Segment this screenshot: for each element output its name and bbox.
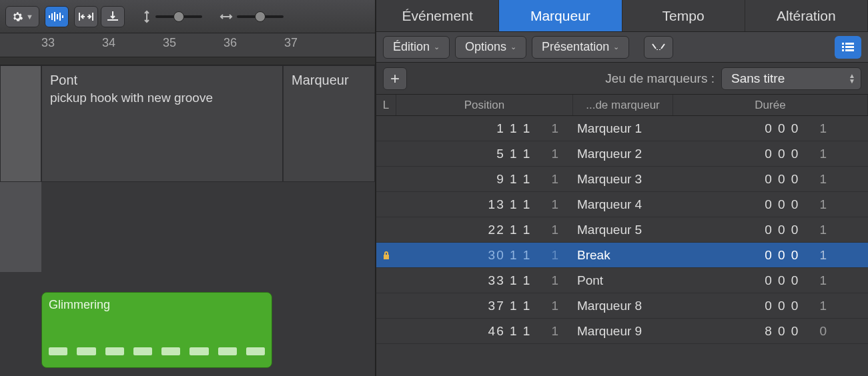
chevron-down-icon: ⌄ [510, 43, 516, 51]
col-position[interactable]: Position [396, 95, 573, 115]
ruler-mark: 35 [163, 36, 176, 50]
region-name: Glimmering [49, 298, 265, 312]
cell-duration[interactable]: 0 0 01 [673, 223, 868, 237]
cell-position[interactable]: 37 1 11 [396, 299, 573, 313]
waveform-preview [49, 347, 265, 355]
table-row[interactable]: 1 1 11Marqueur 10 0 01 [376, 116, 868, 141]
tab-tempo[interactable]: Tempo [622, 0, 745, 31]
gear-icon [11, 11, 23, 23]
list-menubar: Édition⌄ Options⌄ Présentation⌄ [376, 32, 868, 63]
cell-position[interactable]: 9 1 11 [396, 172, 573, 187]
ruler-mark: 33 [41, 36, 55, 50]
marker-table-head: L Position ...de marqueur Durée [376, 95, 868, 116]
marker-subtitle: pickup hook with new groove [50, 91, 274, 105]
time-ruler[interactable]: 33 34 35 36 37 [0, 33, 375, 57]
add-marker-button[interactable]: + [383, 67, 407, 90]
chevron-down-icon: ⌄ [434, 43, 440, 51]
edition-menu[interactable]: Édition⌄ [383, 36, 450, 59]
tab-event[interactable]: Événement [376, 0, 499, 31]
arrange-toolbar: ▼ [0, 0, 375, 33]
svg-rect-3 [57, 14, 58, 19]
table-row[interactable]: 5 1 11Marqueur 20 0 01 [376, 141, 868, 167]
vertical-zoom-icon [142, 10, 151, 23]
cell-duration[interactable]: 0 0 01 [673, 197, 868, 212]
marker-block[interactable] [0, 65, 41, 182]
waveform-tool-button[interactable] [45, 6, 69, 27]
snap-vertical-button[interactable] [101, 6, 125, 27]
tab-alteration[interactable]: Altération [745, 0, 868, 31]
cell-duration[interactable]: 0 0 01 [673, 273, 868, 288]
svg-rect-11 [842, 46, 844, 48]
audio-region[interactable]: Glimmering [41, 292, 272, 368]
cell-duration[interactable]: 0 0 01 [673, 299, 868, 313]
marker-title: Marqueur [292, 73, 366, 88]
cell-position[interactable]: 33 1 11 [396, 273, 573, 288]
cell-position[interactable]: 1 1 11 [396, 121, 573, 136]
ruler-mark: 36 [224, 36, 237, 50]
cell-position[interactable]: 22 1 11 [396, 223, 573, 237]
ruler-mark: 34 [102, 36, 115, 50]
svg-rect-9 [842, 43, 844, 45]
chevron-down-icon: ▼ [26, 13, 33, 21]
waveform-icon [48, 12, 65, 21]
table-row[interactable]: 37 1 11Marqueur 80 0 01 [376, 293, 868, 319]
svg-rect-14 [845, 49, 854, 51]
presentation-menu[interactable]: Présentation⌄ [532, 36, 629, 59]
cell-position[interactable]: 5 1 11 [396, 147, 573, 161]
filter-button[interactable] [644, 36, 673, 59]
cell-name[interactable]: Marqueur 8 [573, 299, 673, 313]
svg-rect-0 [49, 15, 50, 18]
table-row[interactable]: 22 1 11Marqueur 50 0 01 [376, 217, 868, 243]
vertical-zoom-slider[interactable] [155, 15, 202, 18]
tab-marker[interactable]: Marqueur [499, 0, 622, 31]
table-row[interactable]: 13 1 11Marqueur 40 0 01 [376, 192, 868, 217]
cell-name[interactable]: Marqueur 1 [573, 121, 673, 136]
marker-lane: Pont pickup hook with new groove Marqueu… [0, 65, 375, 182]
list-editors-pane: Événement Marqueur Tempo Altération Édit… [376, 0, 868, 376]
markerset-label: Jeu de marqueurs : [605, 71, 715, 86]
list-tabs: Événement Marqueur Tempo Altération [376, 0, 868, 32]
markerset-select[interactable]: Sans titre ▲▼ [721, 67, 861, 90]
cell-position[interactable]: 13 1 11 [396, 197, 573, 212]
cell-name[interactable]: Marqueur 5 [573, 223, 673, 237]
cell-position[interactable]: 30 1 11 [396, 248, 573, 263]
markerset-row: + Jeu de marqueurs : Sans titre ▲▼ [376, 63, 868, 95]
marker-title: Pont [50, 73, 274, 88]
col-duration[interactable]: Durée [673, 95, 868, 115]
marker-table-body: 1 1 11Marqueur 10 0 015 1 11Marqueur 20 … [376, 116, 868, 344]
svg-rect-5 [62, 15, 63, 18]
col-lock[interactable]: L [376, 95, 396, 115]
svg-rect-2 [54, 12, 55, 21]
table-row[interactable]: 46 1 11Marqueur 98 0 00 [376, 319, 868, 344]
cell-duration[interactable]: 0 0 01 [673, 121, 868, 136]
marker-block-pont[interactable]: Pont pickup hook with new groove [41, 65, 283, 182]
cell-duration[interactable]: 0 0 01 [673, 248, 868, 263]
ruler-sub [0, 57, 375, 65]
col-name[interactable]: ...de marqueur [573, 95, 673, 115]
cell-duration[interactable]: 8 0 00 [673, 324, 868, 339]
table-row[interactable]: 30 1 11Break0 0 01 [376, 243, 868, 268]
list-view-toggle[interactable] [835, 36, 861, 59]
settings-menu-button[interactable]: ▼ [5, 6, 39, 27]
filter-icon [650, 42, 667, 53]
options-menu[interactable]: Options⌄ [455, 36, 526, 59]
cell-name[interactable]: Marqueur 2 [573, 147, 673, 161]
arrange-area[interactable]: Pont pickup hook with new groove Marqueu… [0, 65, 375, 376]
svg-rect-4 [59, 13, 61, 21]
cell-duration[interactable]: 0 0 01 [673, 172, 868, 187]
marker-block[interactable]: Marqueur [283, 65, 375, 182]
snap-horizontal-button[interactable] [74, 6, 98, 27]
ruler-mark: 37 [284, 36, 298, 50]
cell-position[interactable]: 46 1 11 [396, 324, 573, 339]
cell-name[interactable]: Marqueur 4 [573, 197, 673, 212]
cell-duration[interactable]: 0 0 01 [673, 147, 868, 161]
horizontal-zoom-slider[interactable] [237, 15, 284, 18]
cell-name[interactable]: Pont [573, 273, 673, 288]
table-row[interactable]: 9 1 11Marqueur 30 0 01 [376, 167, 868, 192]
lock-icon [382, 251, 391, 260]
cell-name[interactable]: Break [573, 248, 673, 263]
cell-name[interactable]: Marqueur 9 [573, 324, 673, 339]
table-row[interactable]: 33 1 11Pont0 0 01 [376, 268, 868, 293]
snap-horizontal-icon [79, 12, 93, 21]
cell-name[interactable]: Marqueur 3 [573, 172, 673, 187]
